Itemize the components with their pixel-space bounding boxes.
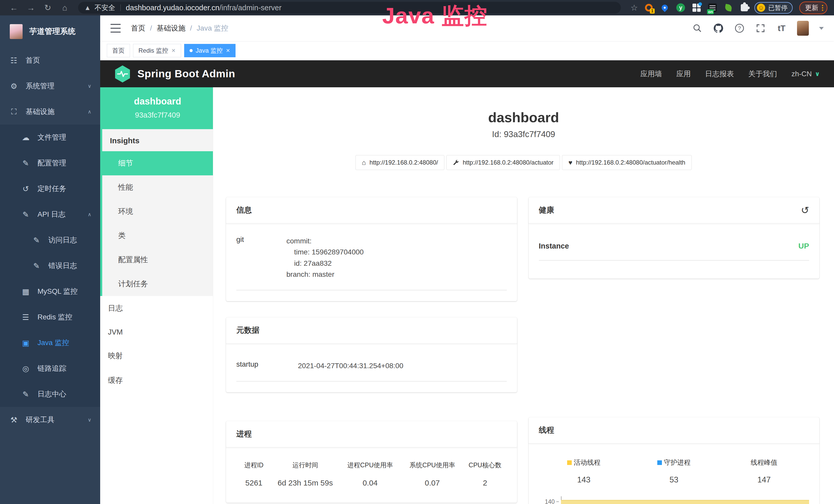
sba-locale-select[interactable]: zh-CN ∨ xyxy=(791,70,820,78)
extension-pin-icon[interactable] xyxy=(660,3,670,13)
sba-instance-header[interactable]: dashboard 93a3fc7f7409 xyxy=(102,87,213,129)
breadcrumb-section[interactable]: 基础设施 xyxy=(157,23,185,33)
sba-item-jvm[interactable]: JVM xyxy=(100,321,213,344)
sba-item-performance[interactable]: 性能 xyxy=(102,175,213,200)
browser-back-icon[interactable]: ← xyxy=(7,3,21,13)
sba-item-details[interactable]: 细节 xyxy=(102,151,213,175)
tab-home[interactable]: 首页 xyxy=(107,44,130,57)
service-url-button[interactable]: ⌂ http://192.168.0.2:48080/ xyxy=(355,155,445,170)
close-icon[interactable]: ✕ xyxy=(226,47,230,54)
sba-item-environment[interactable]: 环境 xyxy=(102,200,213,224)
history-icon[interactable]: ↺ xyxy=(801,205,809,215)
process-table-row: 5261 6d 23h 15m 59s 0.04 0.07 2 xyxy=(236,471,507,487)
sidebar-item-redis-monitor[interactable]: ☰ Redis 监控 xyxy=(0,304,100,330)
app-layout: 芋道管理系统 ☷ 首页 ⚙ 系统管理 ∨ ⛶ 基础设施 ∧ xyxy=(0,16,834,504)
sba-item-caches[interactable]: 缓存 xyxy=(100,368,213,393)
sidebar-item-error-log[interactable]: ✎ 错误日志 xyxy=(0,253,100,279)
sidebar-item-log-center[interactable]: ✎ 日志中心 xyxy=(0,381,100,407)
extension-y-icon[interactable]: y xyxy=(676,3,685,13)
extension-orange-icon[interactable]: 1 xyxy=(644,3,654,13)
tab-redis-monitor[interactable]: Redis 监控 ✕ xyxy=(133,44,181,57)
sba-nav-about[interactable]: 关于我们 xyxy=(748,69,777,79)
metadata-key: startup xyxy=(236,360,298,371)
sba-main: dashboard Id: 93a3fc7f7409 ⌂ http://192.… xyxy=(213,87,834,504)
actuator-url-button[interactable]: http://192.168.0.2:48080/actuator xyxy=(446,155,560,170)
page-url[interactable]: dashboard.yudao.iocoder.cn/infra/admin-s… xyxy=(126,4,282,12)
help-icon[interactable]: ? xyxy=(734,23,745,34)
sba-nav-journal[interactable]: 日志报表 xyxy=(705,69,734,79)
browser-forward-icon[interactable]: → xyxy=(24,3,38,13)
search-icon[interactable] xyxy=(692,23,703,34)
security-warning-icon[interactable]: ▲ xyxy=(84,4,91,12)
extension-leaf-icon[interactable] xyxy=(724,3,733,13)
github-icon[interactable] xyxy=(713,23,724,34)
browser-update-button[interactable]: 更新 xyxy=(799,2,827,14)
green-y-icon: y xyxy=(676,3,685,12)
health-url-button[interactable]: ♥ http://192.168.0.2:48080/actuator/heal… xyxy=(562,155,692,170)
sba-item-config-properties[interactable]: 配置属性 xyxy=(102,248,213,272)
tab-bar: 首页 Redis 监控 ✕ Java 监控 ✕ xyxy=(100,41,834,60)
document-edit-icon: ✎ xyxy=(21,390,31,399)
extension-switch-icon[interactable]: on xyxy=(708,3,717,13)
col-system-cpu: 系统CPU使用率 xyxy=(401,461,463,469)
sba-brand[interactable]: Spring Boot Admin xyxy=(114,65,235,83)
app-logo[interactable]: 芋道管理系统 xyxy=(0,16,100,47)
threads-chart: 140 120 100 xyxy=(539,496,809,504)
user-menu-caret-icon[interactable] xyxy=(819,27,824,30)
extension-count-badge: 1 xyxy=(650,8,655,14)
sidebar-toggle-icon[interactable] xyxy=(110,24,121,32)
metadata-value: 2021-04-27T00:44:31.254+08:00 xyxy=(298,360,403,371)
sidebar-item-config-manage[interactable]: ✎ 配置管理 xyxy=(0,150,100,176)
git-id-line: id: 27aa832 xyxy=(286,258,364,269)
threads-legend: 活动线程 143 守护进程 53 xyxy=(539,458,809,484)
address-bar[interactable]: ▲ 不安全 dashboard.yudao.iocoder.cn/infra/a… xyxy=(78,2,621,14)
legend-label: 线程峰值 xyxy=(751,458,777,467)
sidebar-item-api-log[interactable]: ✎ API 日志 ∧ xyxy=(0,202,100,227)
sidebar-item-home[interactable]: ☷ 首页 xyxy=(0,47,100,73)
database-icon: ▦ xyxy=(21,287,31,296)
sba-item-logs[interactable]: 日志 xyxy=(100,296,213,321)
gear-icon: ⚙ xyxy=(9,82,19,91)
cloud-upload-icon: ☁ xyxy=(21,133,31,142)
browser-menu-icon[interactable] xyxy=(822,5,823,11)
profile-paused-chip[interactable]: ☺ 已暂停 xyxy=(754,2,793,14)
git-time-line: time: 1596289704000 xyxy=(286,247,364,257)
sidebar-submenu-infrastructure: ☁ 文件管理 ✎ 配置管理 ↺ 定时任务 ✎ API 日志 ∧ xyxy=(0,124,100,407)
breadcrumb-home[interactable]: 首页 xyxy=(131,23,146,33)
sidebar-item-label: Redis 监控 xyxy=(38,312,72,322)
blue-pin-icon xyxy=(660,3,669,12)
sidebar-item-tracing[interactable]: ◎ 链路追踪 xyxy=(0,356,100,381)
extensions-puzzle-icon[interactable] xyxy=(740,3,749,13)
daemon-threads-value: 53 xyxy=(629,475,719,484)
browser-home-icon[interactable]: ⌂ xyxy=(58,3,72,13)
sidebar-item-mysql-monitor[interactable]: ▦ MySQL 监控 xyxy=(0,279,100,304)
fullscreen-icon[interactable] xyxy=(755,23,766,34)
sba-item-scheduled-tasks[interactable]: 计划任务 xyxy=(102,272,213,296)
extension-grid-icon[interactable] xyxy=(692,3,701,13)
sba-nav-applications[interactable]: 应用 xyxy=(676,69,691,79)
extension-icons: 1 y on xyxy=(644,3,749,13)
sidebar-item-scheduled-jobs[interactable]: ↺ 定时任务 xyxy=(0,176,100,202)
legend-live-threads: 活动线程 143 xyxy=(539,458,629,484)
sidebar-item-label: MySQL 监控 xyxy=(38,287,78,296)
font-size-icon[interactable]: tT xyxy=(776,23,787,34)
sba-nav-wall[interactable]: 应用墙 xyxy=(640,69,662,79)
sidebar-item-infrastructure[interactable]: ⛶ 基础设施 ∧ xyxy=(0,99,100,124)
sidebar-item-file-manage[interactable]: ☁ 文件管理 xyxy=(0,124,100,150)
sba-item-mappings[interactable]: 映射 xyxy=(100,344,213,368)
sidebar-item-access-log[interactable]: ✎ 访问日志 xyxy=(0,227,100,253)
sidebar-item-dev-tools[interactable]: ⚒ 研发工具 ∨ xyxy=(0,407,100,433)
browser-reload-icon[interactable]: ↻ xyxy=(41,3,55,13)
svg-text:?: ? xyxy=(738,25,741,31)
row-divider xyxy=(539,260,809,260)
close-icon[interactable]: ✕ xyxy=(171,47,176,54)
tab-java-monitor[interactable]: Java 监控 ✕ xyxy=(184,44,236,57)
sba-item-classes[interactable]: 类 xyxy=(102,224,213,248)
user-avatar[interactable] xyxy=(797,21,809,36)
security-label: 不安全 xyxy=(94,3,115,12)
sidebar-item-java-monitor[interactable]: ▣ Java 监控 xyxy=(0,330,100,356)
sidebar-item-system[interactable]: ⚙ 系统管理 ∨ xyxy=(0,73,100,99)
info-card-header: 信息 xyxy=(226,197,517,224)
sba-instance-name: dashboard xyxy=(105,96,211,107)
bookmark-star-icon[interactable]: ☆ xyxy=(627,3,641,13)
